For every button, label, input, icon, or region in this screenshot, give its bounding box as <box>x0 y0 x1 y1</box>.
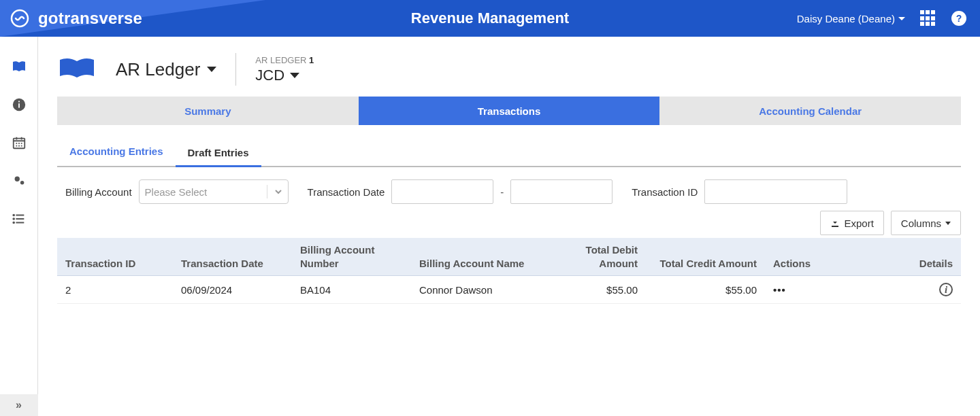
export-label: Export <box>844 218 873 229</box>
svg-rect-2 <box>18 103 20 107</box>
cell-debit: $55.00 <box>544 276 646 304</box>
chevron-down-icon <box>267 185 282 198</box>
expand-sidebar-button[interactable]: » <box>0 394 38 416</box>
ledger-icon <box>57 54 97 84</box>
page-title: Revenue Management <box>411 10 569 27</box>
left-sidebar: » <box>0 37 38 416</box>
ledger-instance-label: AR LEDGER 1 <box>255 55 314 65</box>
row-actions-menu[interactable]: ••• <box>773 284 786 296</box>
row-details-icon[interactable]: i <box>939 283 953 296</box>
col-ba-num[interactable]: Billing Account Number <box>292 238 411 276</box>
nav-ledger-icon[interactable] <box>0 48 38 86</box>
vertical-divider <box>235 53 236 86</box>
col-txn-date[interactable]: Transaction Date <box>173 238 292 276</box>
transaction-date-from[interactable] <box>391 179 493 204</box>
table-row: 2 06/09/2024 BA104 Connor Dawson $55.00 … <box>57 276 961 304</box>
col-details[interactable]: Details <box>881 238 961 276</box>
nav-settings-icon[interactable] <box>0 162 38 200</box>
transaction-id-input[interactable] <box>704 179 847 204</box>
sub-tabs: Accounting Entries Draft Entries <box>57 139 961 167</box>
col-debit[interactable]: Total Debit Amount <box>544 238 646 276</box>
brand-logo-icon <box>10 8 30 29</box>
billing-account-placeholder: Please Select <box>145 186 208 198</box>
chevron-down-icon <box>945 222 951 225</box>
user-name: Daisy Deane (Deane) <box>797 13 895 24</box>
columns-label: Columns <box>901 218 941 229</box>
cell-ba-name: Connor Dawson <box>411 276 544 304</box>
chevron-down-icon <box>290 73 299 78</box>
nav-calendar-icon[interactable] <box>0 124 38 162</box>
cell-txn-date: 06/09/2024 <box>173 276 292 304</box>
col-actions[interactable]: Actions <box>765 238 881 276</box>
col-ba-name[interactable]: Billing Account Name <box>411 238 544 276</box>
export-button[interactable]: Export <box>820 211 883 235</box>
col-credit[interactable]: Total Credit Amount <box>646 238 765 276</box>
ledger-instance-selector[interactable]: AR LEDGER 1 JCD <box>255 55 314 84</box>
tab-transactions[interactable]: Transactions <box>359 97 660 125</box>
transaction-id-label: Transaction ID <box>632 186 698 198</box>
svg-point-8 <box>13 218 14 220</box>
transactions-table: Transaction ID Transaction Date Billing … <box>57 238 961 304</box>
user-menu[interactable]: Daisy Deane (Deane) <box>797 13 905 24</box>
col-txn-id[interactable]: Transaction ID <box>57 238 173 276</box>
top-bar: gotransverse Revenue Management Daisy De… <box>0 0 980 37</box>
svg-point-9 <box>13 222 14 224</box>
transaction-date-to[interactable] <box>510 179 612 204</box>
download-icon <box>830 218 840 228</box>
ledger-selector[interactable]: AR Ledger <box>116 59 216 80</box>
ledger-instance-value: JCD <box>255 67 284 84</box>
cell-credit: $55.00 <box>646 276 765 304</box>
apps-grid-icon[interactable] <box>920 10 936 27</box>
tab-accounting-calendar[interactable]: Accounting Calendar <box>659 97 961 125</box>
billing-account-select[interactable]: Please Select <box>139 179 289 204</box>
svg-point-7 <box>13 215 14 216</box>
columns-button[interactable]: Columns <box>891 211 961 235</box>
subtab-draft-entries[interactable]: Draft Entries <box>176 140 261 167</box>
billing-account-label: Billing Account <box>65 186 132 198</box>
main-tabs: Summary Transactions Accounting Calendar <box>57 97 961 125</box>
svg-point-6 <box>20 181 24 185</box>
brand-name: gotransverse <box>38 9 142 28</box>
help-icon[interactable]: ? <box>951 11 966 26</box>
nav-info-icon[interactable] <box>0 86 38 124</box>
transaction-date-label: Transaction Date <box>308 186 385 198</box>
svg-rect-3 <box>18 101 20 103</box>
cell-txn-id: 2 <box>57 276 173 304</box>
ledger-title: AR Ledger <box>116 59 200 80</box>
chevron-down-icon <box>207 67 216 72</box>
date-range-separator: - <box>500 186 504 198</box>
cell-ba-num: BA104 <box>292 276 411 304</box>
subtab-accounting-entries[interactable]: Accounting Entries <box>57 139 176 166</box>
tab-summary[interactable]: Summary <box>57 97 359 125</box>
svg-point-5 <box>14 177 19 181</box>
chevron-down-icon <box>898 17 905 20</box>
nav-list-icon[interactable] <box>0 200 38 238</box>
